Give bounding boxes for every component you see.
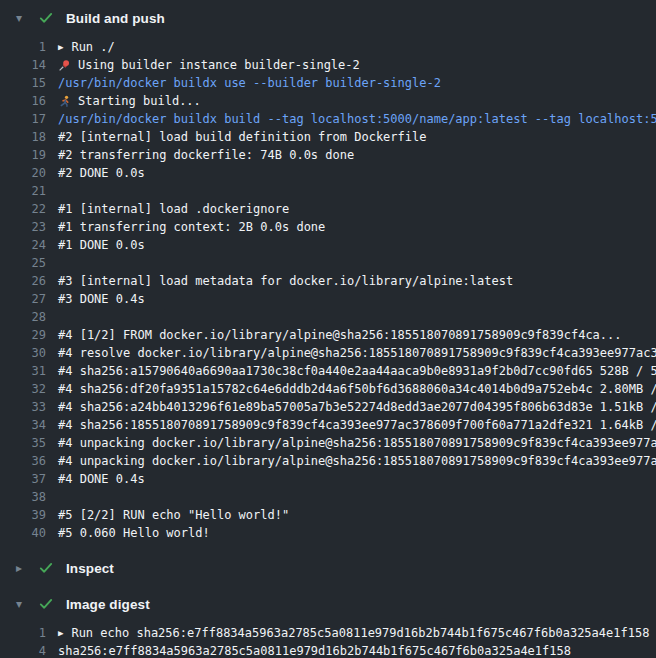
log-line: 30#4 resolve docker.io/library/alpine@sh… xyxy=(0,344,656,362)
line-number[interactable]: 23 xyxy=(0,218,46,236)
log-line: 34#4 sha256:185518070891758909c9f839cf4c… xyxy=(0,416,656,434)
log-line: 1▶Run echo sha256:e7ff8834a5963a2785c5a0… xyxy=(0,624,656,642)
log-text: #1 DONE 0.0s xyxy=(46,236,656,254)
log-line: 24#1 DONE 0.0s xyxy=(0,236,656,254)
log-line: 17/usr/bin/docker buildx build --tag loc… xyxy=(0,110,656,128)
log-text: #4 unpacking docker.io/library/alpine@sh… xyxy=(46,452,656,470)
line-number[interactable]: 18 xyxy=(0,128,46,146)
runner-emoji-icon xyxy=(58,95,71,108)
log-lines-build-and-push: 1▶Run ./14Using builder instance builder… xyxy=(0,36,656,550)
log-text: #5 [2/2] RUN echo "Hello world!" xyxy=(46,506,656,524)
line-number[interactable]: 15 xyxy=(0,74,46,92)
log-line: 20#2 DONE 0.0s xyxy=(0,164,656,182)
log-text: /usr/bin/docker buildx use --builder bui… xyxy=(46,74,656,92)
log-line: 33#4 sha256:a24bb4013296f61e89ba57005a7b… xyxy=(0,398,656,416)
line-number[interactable]: 20 xyxy=(0,164,46,182)
line-number[interactable]: 31 xyxy=(0,362,46,380)
line-number[interactable]: 30 xyxy=(0,344,46,362)
log-line: 38 xyxy=(0,488,656,506)
log-text-content: #4 resolve docker.io/library/alpine@sha2… xyxy=(58,344,656,362)
line-number[interactable]: 24 xyxy=(0,236,46,254)
log-text-content: /usr/bin/docker buildx build --tag local… xyxy=(58,110,656,128)
success-check-icon xyxy=(38,560,56,576)
line-number[interactable]: 22 xyxy=(0,200,46,218)
log-text: #4 [1/2] FROM docker.io/library/alpine@s… xyxy=(46,326,656,344)
log-line: 26#3 [internal] load metadata for docker… xyxy=(0,272,656,290)
log-text xyxy=(46,182,656,200)
line-number[interactable]: 27 xyxy=(0,290,46,308)
log-line: 37#4 DONE 0.4s xyxy=(0,470,656,488)
log-text: /usr/bin/docker buildx build --tag local… xyxy=(46,110,656,128)
line-number[interactable]: 39 xyxy=(0,506,46,524)
log-line: 39#5 [2/2] RUN echo "Hello world!" xyxy=(0,506,656,524)
line-number[interactable]: 19 xyxy=(0,146,46,164)
section-title: Build and push xyxy=(66,11,165,26)
log-text xyxy=(46,308,656,326)
line-number[interactable]: 16 xyxy=(0,92,46,110)
line-number[interactable]: 25 xyxy=(0,254,46,272)
log-text-content: #1 DONE 0.0s xyxy=(58,236,145,254)
log-text: Using builder instance builder-single-2 xyxy=(46,56,656,74)
log-text: #2 DONE 0.0s xyxy=(46,164,656,182)
line-number[interactable]: 1 xyxy=(0,38,46,56)
log-text-content: #4 sha256:185518070891758909c9f839cf4ca3… xyxy=(58,416,656,434)
line-number[interactable]: 29 xyxy=(0,326,46,344)
line-number[interactable]: 33 xyxy=(0,398,46,416)
line-number[interactable]: 36 xyxy=(0,452,46,470)
section-header-image-digest[interactable]: ▾Image digest xyxy=(0,586,656,622)
section-title: Inspect xyxy=(66,561,114,576)
log-line: 25 xyxy=(0,254,656,272)
pushpin-emoji-icon xyxy=(58,59,71,72)
line-number[interactable]: 38 xyxy=(0,488,46,506)
line-number[interactable]: 35 xyxy=(0,434,46,452)
section-title: Image digest xyxy=(66,597,150,612)
line-number[interactable]: 21 xyxy=(0,182,46,200)
line-number[interactable]: 32 xyxy=(0,380,46,398)
log-text-content: #3 [internal] load metadata for docker.i… xyxy=(58,272,513,290)
log-text-content: #2 DONE 0.0s xyxy=(58,164,145,182)
log-line: 23#1 transferring context: 2B 0.0s done xyxy=(0,218,656,236)
log-text-content: #1 transferring context: 2B 0.0s done xyxy=(58,218,325,236)
line-number[interactable]: 28 xyxy=(0,308,46,326)
log-text: #4 sha256:a15790640a6690aa1730c38cf0a440… xyxy=(46,362,656,380)
log-text-content: #3 DONE 0.4s xyxy=(58,290,145,308)
chevron-down-icon: ▾ xyxy=(16,598,30,610)
log-text: #1 transferring context: 2B 0.0s done xyxy=(46,218,656,236)
log-line: 1▶Run ./ xyxy=(0,38,656,56)
log-line: 27#3 DONE 0.4s xyxy=(0,290,656,308)
log-group-line[interactable]: ▶Run echo sha256:e7ff8834a5963a2785c5a08… xyxy=(46,624,656,642)
line-number[interactable]: 37 xyxy=(0,470,46,488)
log-line: 15/usr/bin/docker buildx use --builder b… xyxy=(0,74,656,92)
log-text: Starting build... xyxy=(46,92,656,110)
log-text-content: #2 transferring dockerfile: 74B 0.0s don… xyxy=(58,146,354,164)
log-text: #3 DONE 0.4s xyxy=(46,290,656,308)
log-text-content: Using builder instance builder-single-2 xyxy=(78,56,360,74)
log-text-content: sha256:e7ff8834a5963a2785c5a0811e979d16b… xyxy=(58,642,571,658)
line-number[interactable]: 14 xyxy=(0,56,46,74)
log-line: 22#1 [internal] load .dockerignore xyxy=(0,200,656,218)
line-number[interactable]: 1 xyxy=(0,624,46,642)
log-text-content: #4 sha256:a24bb4013296f61e89ba57005a7b3e… xyxy=(58,398,656,416)
line-number[interactable]: 34 xyxy=(0,416,46,434)
log-section-inspect: ▸Inspect xyxy=(0,550,656,586)
log-line: 29#4 [1/2] FROM docker.io/library/alpine… xyxy=(0,326,656,344)
log-section-build-and-push: ▾Build and push1▶Run ./14Using builder i… xyxy=(0,0,656,550)
log-line: 14Using builder instance builder-single-… xyxy=(0,56,656,74)
section-header-inspect[interactable]: ▸Inspect xyxy=(0,550,656,586)
line-number[interactable]: 40 xyxy=(0,524,46,542)
line-number[interactable]: 4 xyxy=(0,642,46,658)
line-number[interactable]: 26 xyxy=(0,272,46,290)
expand-arrow-icon: ▶ xyxy=(58,38,63,56)
line-number[interactable]: 17 xyxy=(0,110,46,128)
log-group-line[interactable]: ▶Run ./ xyxy=(46,38,656,56)
log-text: #4 sha256:a24bb4013296f61e89ba57005a7b3e… xyxy=(46,398,656,416)
log-text xyxy=(46,488,656,506)
log-text: #4 sha256:185518070891758909c9f839cf4ca3… xyxy=(46,416,656,434)
log-text: #2 transferring dockerfile: 74B 0.0s don… xyxy=(46,146,656,164)
log-line: 19#2 transferring dockerfile: 74B 0.0s d… xyxy=(0,146,656,164)
log-text-content: #5 [2/2] RUN echo "Hello world!" xyxy=(58,506,289,524)
log-text: #4 DONE 0.4s xyxy=(46,470,656,488)
section-header-build-and-push[interactable]: ▾Build and push xyxy=(0,0,656,36)
log-text-content: #4 unpacking docker.io/library/alpine@sh… xyxy=(58,452,656,470)
log-line: 21 xyxy=(0,182,656,200)
